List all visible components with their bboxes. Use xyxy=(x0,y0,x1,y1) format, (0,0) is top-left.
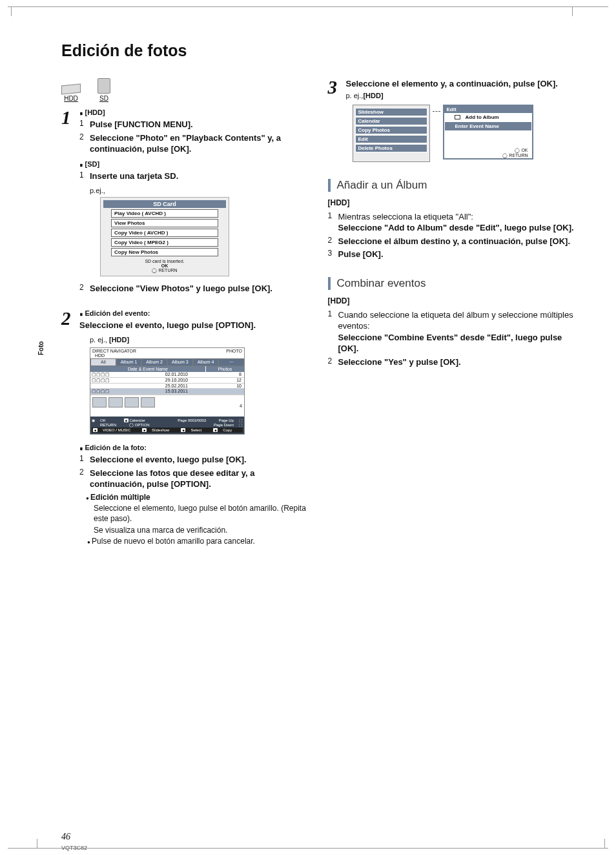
table-row-selected[interactable]: ▢▢▢▢15.03.2011 xyxy=(90,389,244,395)
hdd-icon xyxy=(61,83,81,94)
multi-line: Se visualiza una marca de verificación. xyxy=(94,525,311,535)
direct-navigator: DIRECT NAVIGATOR HDD PHOTO All Album 1 A… xyxy=(90,347,245,435)
tab-all[interactable]: All xyxy=(90,358,116,366)
thumbnails-row: 4 xyxy=(90,395,244,417)
media-icons: HDD SD xyxy=(61,78,311,102)
step-number: 3 xyxy=(328,78,346,97)
combine-line2: Seleccione "Yes" y pulse [OK]. xyxy=(338,356,578,368)
menu-item[interactable]: Calendar xyxy=(355,117,427,125)
submenu-footer: ◯ OK ◯ RETURN xyxy=(444,148,532,158)
step2-foto2: Seleccione las fotos que desee editar y,… xyxy=(90,468,311,490)
step-number: 2 xyxy=(61,309,79,328)
sd-menu-item[interactable]: Copy Video ( MPEG2 ) xyxy=(111,238,218,247)
step1-line2: Seleccione "Photo" en "Playback Contents… xyxy=(90,132,311,155)
example-label: p. ej., [HDD] xyxy=(90,336,311,344)
combine-line1a: Cuando seleccione la etiqueta del álbum … xyxy=(338,310,573,331)
sd-menu-item[interactable]: View Photos xyxy=(111,219,218,227)
sd-menu-footer: SD card is inserted. OK ◯ RETURN xyxy=(103,258,226,273)
menu-item[interactable]: Copy Photos xyxy=(355,126,427,134)
step1-line3: Inserte una tarjeta SD. xyxy=(90,170,311,182)
multi-line: Seleccione el elemento, luego pulse el b… xyxy=(94,503,311,524)
hdd-media: HDD xyxy=(61,85,81,102)
hdd-tag: [HDD] xyxy=(328,296,578,305)
edit-submenu: Edit Add to Album Enter Event Name ◯ OK … xyxy=(443,105,533,160)
tab-album[interactable]: Album 1 xyxy=(116,358,142,366)
album-icon xyxy=(455,115,460,119)
sd-card-menu: SD Card Play Video ( AVCHD ) View Photos… xyxy=(100,197,229,276)
page-title: Edición de fotos xyxy=(61,41,577,60)
connector-line xyxy=(433,111,440,112)
hdd-label: HDD xyxy=(61,95,81,102)
nav-footer: ◉OK ■ Calendar Page 0002/0002 Page Up⬚ R… xyxy=(90,417,244,434)
add-line3: Pulse [OK]. xyxy=(338,249,578,260)
add-line1b: Seleccione "Add to Album" desde "Edit", … xyxy=(338,223,574,232)
tab-album[interactable]: Album 2 xyxy=(141,358,167,366)
sd-media: SD xyxy=(98,78,110,102)
example-label: p.ej., xyxy=(90,187,311,194)
step1-line4: Seleccione "View Photos" y luego pulse [… xyxy=(90,283,311,294)
step1-line1: Pulse [FUNCTION MENU]. xyxy=(90,119,311,130)
section-add-to-album: Añadir a un Álbum xyxy=(328,179,578,192)
hdd-tag: [HDD] xyxy=(328,198,578,207)
hdd-heading: [HDD] xyxy=(79,108,311,116)
step2-foto1: Seleccione el evento, luego pulse [OK]. xyxy=(90,454,311,466)
sd-menu-title: SD Card xyxy=(103,200,226,208)
tab-more[interactable]: ⋯ xyxy=(218,358,244,366)
edit-menu-diagram: Slideshow Calendar Copy Photos Edit Dele… xyxy=(353,105,578,162)
example-label: p. ej.,[HDD] xyxy=(346,92,578,99)
step-1: 1 [HDD] 1Pulse [FUNCTION MENU]. 2Selecci… xyxy=(61,108,311,296)
step-number: 1 xyxy=(61,108,79,127)
submenu-item[interactable]: Add to Album xyxy=(444,113,532,121)
option-menu: Slideshow Calendar Copy Photos Edit Dele… xyxy=(353,105,430,162)
sd-label: SD xyxy=(98,95,110,102)
combine-line1b: Seleccione "Combine Events" desde "Edit"… xyxy=(338,333,562,354)
edit-photo-heading: Edición de la foto: xyxy=(79,444,311,451)
sd-menu-item[interactable]: Copy New Photos xyxy=(111,248,218,256)
add-line1a: Mientras selecciona la etiqueta "All": xyxy=(338,212,473,221)
left-column: HDD SD 1 [HDD] 1Pulse [FUNCTION MENU]. 2… xyxy=(61,78,311,552)
doc-code: VQT3C82 xyxy=(61,845,87,851)
menu-item[interactable]: Slideshow xyxy=(355,108,427,116)
sd-heading: [SD] xyxy=(79,160,311,168)
multi-edit-title: Edición múltiple xyxy=(86,493,311,502)
section-combine-events: Combinar eventos xyxy=(328,277,578,290)
tab-album[interactable]: Album 4 xyxy=(193,358,219,366)
step3-line1: Seleccione el elemento y, a continuación… xyxy=(346,78,578,90)
submenu-item-selected[interactable]: Enter Event Name xyxy=(445,122,531,130)
nav-tabs: All Album 1 Album 2 Album 3 Album 4 ⋯ xyxy=(90,358,244,366)
add-line2: Seleccione el álbum destino y, a continu… xyxy=(338,236,578,247)
page-content: Edición de fotos HDD SD 1 [HDD] 1Pulse [… xyxy=(61,41,577,829)
table-row[interactable]: 25.02.201110 xyxy=(90,384,244,389)
tab-album[interactable]: Album 3 xyxy=(167,358,193,366)
menu-item[interactable]: Edit xyxy=(355,135,427,143)
table-row[interactable]: ▢▢▢▢02.01.20108 xyxy=(90,372,244,378)
table-row[interactable]: ▢▢▢▢29.10.201012 xyxy=(90,378,244,384)
step-3: 3 Seleccione el elemento y, a continuaci… xyxy=(328,78,578,162)
submenu-title: Edit xyxy=(444,106,532,113)
sd-icon xyxy=(98,78,110,94)
side-tab: Foto xyxy=(37,341,45,355)
right-column: 3 Seleccione el elemento y, a continuaci… xyxy=(328,78,578,552)
step-2: 2 Edición del evento: Seleccione el even… xyxy=(61,309,311,548)
multi-line: Pulse de nuevo el botón amarillo para ca… xyxy=(87,537,311,546)
step2-line1: Seleccione el evento, luego pulse [OPTIO… xyxy=(79,320,311,331)
sd-menu-item[interactable]: Copy Video ( AVCHD ) xyxy=(111,229,218,237)
sd-menu-item[interactable]: Play Video ( AVCHD ) xyxy=(111,209,218,218)
page-number: 46 xyxy=(61,832,70,842)
edit-event-heading: Edición del evento: xyxy=(79,309,311,317)
menu-item[interactable]: Delete Photos xyxy=(355,144,427,152)
